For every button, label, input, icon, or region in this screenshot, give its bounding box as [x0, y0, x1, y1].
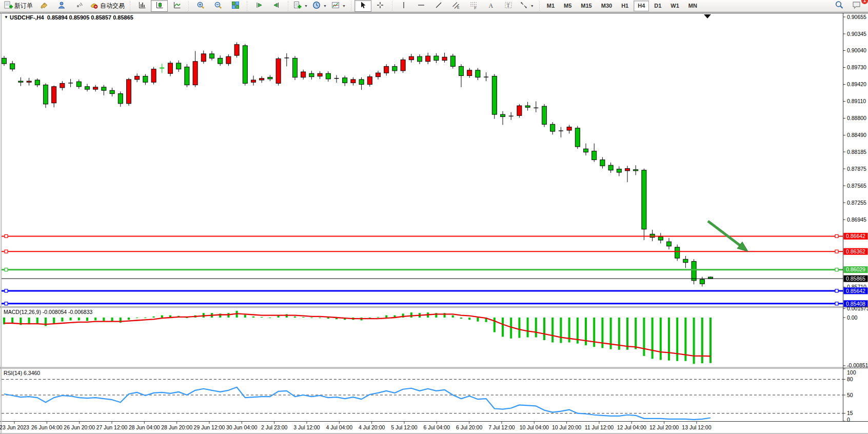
arrows-icon: [520, 1, 528, 11]
time-label: 13 Jul 12:00: [682, 424, 711, 430]
timeframe-M5[interactable]: M5: [560, 1, 576, 11]
time-label: 4 Jul 20:00: [359, 424, 385, 430]
line-handle: [835, 234, 838, 238]
trendline-tool-button[interactable]: [430, 0, 447, 12]
text-label-tool-button[interactable]: T: [500, 0, 517, 12]
time-label: 3 Jul 12:00: [293, 424, 320, 430]
equidistant-channel-tool-button[interactable]: E: [448, 0, 465, 12]
time-label: 10 Jul 04:00: [520, 424, 549, 430]
signal-button[interactable]: [70, 0, 87, 12]
time-label: 11 Jul 12:00: [585, 424, 614, 430]
price-tick: 0.86945: [847, 216, 866, 223]
time-label: 28 Jun 04:00: [129, 424, 160, 430]
trendline-icon: [435, 1, 443, 11]
price-tick: 0.87875: [847, 166, 866, 172]
collapse-arrow-icon[interactable]: ▼: [4, 15, 8, 19]
paint-bucket-button[interactable]: [35, 0, 52, 12]
price-tick: 0.90655: [847, 14, 866, 20]
toolbar-separator: [187, 1, 190, 11]
svg-text:F: F: [475, 6, 477, 9]
timeframe-D1[interactable]: D1: [650, 1, 665, 11]
price-tick: 0.88800: [847, 115, 866, 121]
svg-text:0.85865: 0.85865: [846, 275, 865, 282]
timeframe-M30[interactable]: M30: [597, 1, 616, 11]
tile-windows-button[interactable]: [227, 0, 244, 12]
autotrading-button[interactable]: 自动交易: [88, 0, 127, 12]
line-handle: [835, 268, 838, 271]
crosshair-icon: [376, 1, 384, 11]
periods-button[interactable]: ▼: [310, 0, 329, 12]
vertical-line-tool-button[interactable]: [396, 0, 412, 12]
price-tick: 0.89420: [847, 81, 866, 87]
rsi-tick: 50: [847, 392, 853, 398]
price-tick: 0.88490: [847, 132, 866, 138]
rsi-tick: 80: [847, 376, 853, 382]
fibonacci-tool-button[interactable]: F: [465, 0, 482, 12]
profile-button[interactable]: [53, 0, 70, 12]
fibonacci-icon: F: [469, 1, 478, 11]
timeframe-H4[interactable]: H4: [634, 1, 649, 11]
macd-indicator-label: MACD(12,26,9) -0.008054 -0.006833: [4, 309, 92, 315]
chat-button[interactable]: 1: [848, 0, 865, 12]
horizontal-line-tool-button[interactable]: [413, 0, 430, 12]
time-label: 7 Jul 12:00: [488, 424, 515, 430]
macd-tick: 0.00: [847, 314, 858, 321]
cursor-tool-button[interactable]: [354, 0, 371, 12]
tile-windows-icon: [231, 1, 240, 11]
templates-button[interactable]: ▼: [329, 0, 348, 12]
timeframe-M15[interactable]: M15: [577, 1, 596, 11]
price-tick: 0.89110: [847, 98, 866, 104]
line-chart-icon: [173, 1, 181, 11]
chart-canvas[interactable]: 0.906550.903450.900400.897300.894200.891…: [0, 13, 868, 434]
toolbar-separator: [245, 1, 249, 11]
signal-icon: [75, 1, 83, 11]
time-label: 23 Jun 2023: [0, 424, 29, 430]
scroll-anchor-icon: [704, 14, 711, 18]
indicators-button[interactable]: ▼: [291, 0, 310, 12]
zoom-in-button[interactable]: [192, 0, 209, 12]
svg-text:0.85642: 0.85642: [846, 288, 865, 294]
rsi-indicator-label: RSI(14) 6.3460: [4, 370, 40, 376]
arrows-tool-button[interactable]: ▼: [518, 0, 536, 12]
text-tool-button[interactable]: A: [483, 0, 500, 12]
line-chart-button[interactable]: [168, 0, 185, 12]
search-icon: [835, 1, 844, 11]
search-button[interactable]: [831, 0, 847, 12]
time-label: 6 Jul 20:00: [456, 424, 483, 430]
time-label: 5 Jul 12:00: [391, 424, 418, 430]
crosshair-tool-button[interactable]: [372, 0, 389, 12]
macd-tick: -0.008513: [847, 362, 868, 368]
profile-icon: [57, 1, 66, 11]
paint-bucket-icon: [40, 1, 48, 11]
line-handle: [5, 302, 8, 305]
time-label: 27 Jun 12:00: [96, 424, 128, 430]
chart-shift-button[interactable]: [268, 0, 285, 12]
dropdown-caret-icon: ▼: [342, 4, 346, 8]
new-order-label: 新订单: [14, 2, 33, 10]
timeframe-W1[interactable]: W1: [666, 1, 683, 11]
zoom-out-button[interactable]: [209, 0, 226, 12]
chat-unread-badge: 1: [861, 0, 868, 4]
line-handle: [835, 250, 838, 253]
auto-scroll-button[interactable]: [250, 0, 267, 12]
cursor-icon: [359, 1, 367, 11]
timeframe-group: M1M5M15M30H1H4D1W1MN: [543, 1, 701, 11]
price-tick: 0.87565: [847, 183, 866, 189]
timeframe-MN[interactable]: MN: [684, 1, 701, 11]
templates-icon: [331, 1, 340, 11]
toolbar-separator: [349, 1, 353, 11]
candlestick-chart-button[interactable]: [151, 0, 168, 12]
timeframe-H1[interactable]: H1: [617, 1, 633, 11]
time-label: 4 Jul 04:00: [326, 424, 353, 430]
timeframe-M1[interactable]: M1: [543, 1, 559, 11]
bar-chart-button[interactable]: [133, 0, 150, 12]
new-order-button[interactable]: 新订单: [2, 0, 35, 12]
time-label: 28 Jun 20:00: [161, 424, 192, 430]
vertical-line-icon: [400, 1, 408, 11]
horizontal-line-icon: [417, 1, 425, 11]
chart-shift-icon: [272, 1, 281, 11]
time-label: 12 Jul 04:00: [617, 424, 646, 430]
time-label: 6 Jul 04:00: [424, 424, 450, 430]
price-tick: 0.88185: [847, 149, 866, 155]
rsi-tick: 100: [847, 369, 856, 376]
